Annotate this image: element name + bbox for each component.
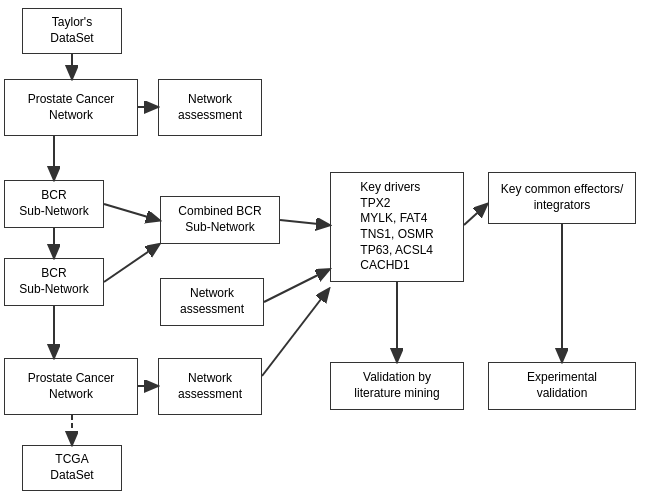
combined-bcr-label: Combined BCRSub-Network bbox=[178, 204, 261, 235]
diagram: Taylor's DataSet Prostate CancerNetwork … bbox=[0, 0, 650, 502]
validation-literature-box: Validation byliterature mining bbox=[330, 362, 464, 410]
tcga-dataset-box: TCGADataSet bbox=[22, 445, 122, 491]
key-common-effectors-box: Key common effectors/integrators bbox=[488, 172, 636, 224]
prostate-cancer-network-2-box: Prostate CancerNetwork bbox=[4, 358, 138, 415]
bcr-sub-network-2-box: BCRSub-Network bbox=[4, 258, 104, 306]
svg-line-10 bbox=[280, 220, 328, 225]
prostate-cancer-network-1-box: Prostate CancerNetwork bbox=[4, 79, 138, 136]
network-assessment-1-box: Networkassessment bbox=[158, 79, 262, 136]
experimental-validation-box: Experimentalvalidation bbox=[488, 362, 636, 410]
svg-line-6 bbox=[104, 245, 158, 282]
bcr-sub-network-1-box: BCRSub-Network bbox=[4, 180, 104, 228]
combined-bcr-box: Combined BCRSub-Network bbox=[160, 196, 280, 244]
bcr-sub-network-2-label: BCRSub-Network bbox=[19, 266, 88, 297]
svg-line-13 bbox=[464, 205, 486, 225]
svg-line-12 bbox=[262, 290, 328, 376]
network-assessment-3-label: Networkassessment bbox=[178, 371, 242, 402]
network-assessment-3-box: Networkassessment bbox=[158, 358, 262, 415]
tcga-dataset-label: TCGADataSet bbox=[50, 452, 93, 483]
prostate-cancer-network-1-label: Prostate CancerNetwork bbox=[28, 92, 115, 123]
network-assessment-1-label: Networkassessment bbox=[178, 92, 242, 123]
key-common-effectors-label: Key common effectors/integrators bbox=[501, 182, 624, 213]
arrows-svg bbox=[0, 0, 650, 502]
bcr-sub-network-1-label: BCRSub-Network bbox=[19, 188, 88, 219]
network-assessment-2-label: Networkassessment bbox=[180, 286, 244, 317]
key-drivers-box: Key driversTPX2MYLK, FAT4TNS1, OSMRTP63,… bbox=[330, 172, 464, 282]
network-assessment-2-box: Networkassessment bbox=[160, 278, 264, 326]
key-drivers-label: Key driversTPX2MYLK, FAT4TNS1, OSMRTP63,… bbox=[360, 180, 433, 274]
svg-line-11 bbox=[264, 270, 328, 302]
experimental-validation-label: Experimentalvalidation bbox=[527, 370, 597, 401]
prostate-cancer-network-2-label: Prostate CancerNetwork bbox=[28, 371, 115, 402]
svg-line-4 bbox=[104, 204, 158, 220]
taylor-dataset-box: Taylor's DataSet bbox=[22, 8, 122, 54]
taylor-dataset-label: Taylor's DataSet bbox=[29, 15, 115, 46]
validation-literature-label: Validation byliterature mining bbox=[354, 370, 439, 401]
